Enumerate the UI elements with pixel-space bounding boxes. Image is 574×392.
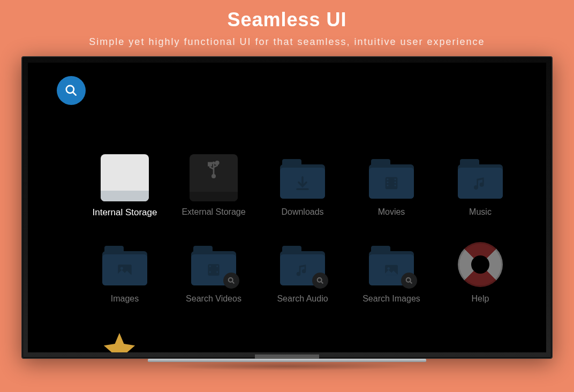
tile-label: Search Images <box>352 294 430 304</box>
app-grid: Internal Storage External Stora <box>86 154 519 304</box>
svg-point-2 <box>212 175 215 178</box>
svg-rect-3 <box>208 163 211 165</box>
search-button[interactable] <box>57 76 86 105</box>
tile-label: Search Audio <box>263 294 342 304</box>
svg-rect-15 <box>209 266 211 267</box>
tile-search-images[interactable]: Search Images <box>352 240 430 304</box>
svg-rect-8 <box>387 185 389 186</box>
tile-label: External Storage <box>175 207 253 217</box>
svg-line-26 <box>410 282 412 283</box>
tile-label: Help <box>441 294 519 304</box>
svg-rect-11 <box>395 185 396 186</box>
tile-movies[interactable]: Movies <box>352 154 430 218</box>
svg-rect-10 <box>395 182 396 183</box>
search-audio-folder-icon <box>278 240 327 289</box>
tile-label: Movies <box>352 207 430 217</box>
tv-screen: Internal Storage External Stora <box>28 63 546 352</box>
tile-label: Downloads <box>263 207 342 217</box>
download-folder-icon <box>278 154 327 202</box>
search-images-folder-icon <box>367 240 416 289</box>
svg-point-13 <box>120 267 123 270</box>
tile-label: Music <box>441 207 519 217</box>
tile-internal-storage[interactable]: Internal Storage <box>86 154 164 218</box>
svg-rect-17 <box>216 266 218 267</box>
svg-line-1 <box>73 92 75 95</box>
svg-rect-9 <box>395 179 396 180</box>
hero-title: Seamless UI <box>0 0 574 31</box>
search-overlay-icon <box>223 273 239 289</box>
svg-point-19 <box>229 278 233 282</box>
tile-label: Internal Storage <box>86 207 164 218</box>
svg-rect-7 <box>387 182 389 183</box>
tile-search-audio[interactable]: Search Audio <box>263 240 342 304</box>
star-icon <box>101 330 138 352</box>
tile-label: Search Videos <box>175 294 253 304</box>
tv-stand-shadow <box>164 362 410 371</box>
usb-drive-icon <box>190 154 238 202</box>
hero-subtitle: Simple yet highly functional UI for that… <box>0 36 574 48</box>
svg-point-25 <box>406 278 411 282</box>
svg-point-24 <box>387 267 390 270</box>
tile-downloads[interactable]: Downloads <box>263 154 342 218</box>
movies-folder-icon <box>367 154 416 202</box>
tile-help[interactable]: Help <box>441 240 519 304</box>
svg-rect-6 <box>387 179 389 180</box>
drive-icon <box>101 154 149 202</box>
search-overlay-icon <box>312 273 328 289</box>
images-folder-icon <box>101 240 149 289</box>
tv-frame: Internal Storage External Stora <box>21 56 553 359</box>
search-icon <box>64 84 78 97</box>
lifebuoy-icon <box>456 240 504 289</box>
search-videos-folder-icon <box>190 240 238 289</box>
tile-images[interactable]: Images <box>86 240 164 304</box>
svg-rect-18 <box>216 272 218 273</box>
tile-search-videos[interactable]: Search Videos <box>175 240 253 304</box>
search-overlay-icon <box>401 273 417 289</box>
svg-line-20 <box>232 282 234 283</box>
svg-line-22 <box>321 282 323 283</box>
svg-point-21 <box>318 278 322 282</box>
tile-label: Images <box>86 294 164 304</box>
tile-external-storage[interactable]: External Storage <box>175 154 253 218</box>
tile-music[interactable]: Music <box>441 154 519 218</box>
svg-point-4 <box>216 162 218 164</box>
music-folder-icon <box>456 154 504 202</box>
svg-rect-16 <box>209 272 211 273</box>
